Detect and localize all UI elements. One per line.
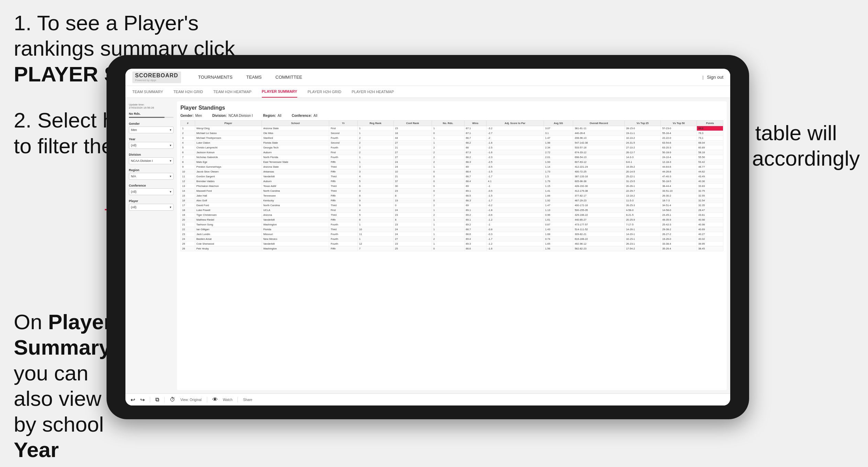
cell-yr: First — [329, 150, 358, 155]
cell-rds: 1 — [432, 208, 465, 213]
year-label: Year — [129, 137, 174, 141]
cell-points: 76.3 — [697, 131, 723, 136]
cell-top50: 44-64-6 — [661, 165, 697, 169]
cell-conf-rank: 23 — [393, 242, 432, 246]
cell-rds: 0 — [432, 246, 465, 251]
cell-adj: -0.8 — [486, 227, 544, 232]
cell-school: Arkansas — [262, 169, 329, 174]
cell-points: 88.2 — [697, 126, 723, 131]
cell-rank: 24 — [181, 237, 195, 242]
cell-top25: 20-14-5 — [624, 169, 660, 174]
cell-wins: 69.3 — [464, 242, 486, 246]
cell-top25: 7-17-5 — [624, 222, 660, 227]
cell-yr: Third — [329, 174, 358, 179]
cell-adj: -2.5 — [486, 160, 544, 165]
sub-nav-player-summary[interactable]: PLAYER SUMMARY — [262, 86, 297, 98]
cell-rank: 13 — [181, 184, 195, 189]
cell-record: 377-82-17 — [573, 193, 625, 198]
player-select[interactable]: (All) ▾ — [129, 204, 174, 211]
cell-rds: 2 — [432, 213, 465, 218]
cell-top50: 19-26-0 — [661, 237, 697, 242]
division-filter-value: NCAA Division I — [229, 114, 253, 118]
cell-rank: 14 — [181, 189, 195, 193]
year-select[interactable]: (All) ▾ — [129, 142, 174, 149]
nav-item-tournaments[interactable]: TOURNAMENTS — [198, 69, 233, 85]
sub-nav-player-h2h-heatmap[interactable]: PLAYER H2H HEATMAP — [352, 86, 394, 97]
sub-nav-team-h2h-grid[interactable]: TEAM H2H GRID — [174, 86, 203, 97]
cell-wins: 69 — [464, 184, 486, 189]
cell-sg: 1.92 — [544, 198, 573, 203]
cell-top25: 19-39-2 — [624, 165, 660, 169]
clock-icon[interactable]: ⏱ — [170, 397, 175, 403]
cell-record: 467-29-23 — [573, 198, 625, 203]
sub-nav-player-h2h-grid[interactable]: PLAYER H2H GRID — [308, 86, 341, 97]
region-select[interactable]: N/A ▾ — [129, 173, 174, 180]
cell-top50: 18-7-3 — [661, 198, 697, 203]
cell-record: 208-96-13 — [573, 136, 625, 141]
dropdown-icon-region: ▾ — [170, 175, 171, 178]
cell-adj: -2.3 — [486, 155, 544, 160]
cell-adj: -1.7 — [486, 174, 544, 179]
conference-select[interactable]: (All) ▾ — [129, 188, 174, 195]
cell-reg-rank: 3 — [357, 169, 393, 174]
cell-points: 28.47 — [697, 208, 723, 213]
no-rds-slider[interactable] — [129, 117, 174, 118]
cell-sg: 1.65 — [544, 242, 573, 246]
cell-school: North Carolina — [262, 203, 329, 208]
cell-top25: 10-15-1 — [624, 237, 660, 242]
cell-record: 533-57-16 — [573, 145, 625, 150]
table-row: 14 Maxwell Ford North Carolina Third 3 2… — [181, 189, 723, 193]
sign-out-button[interactable]: Sign out — [707, 69, 723, 85]
cell-reg-rank: 1 — [357, 160, 393, 165]
cell-reg-rank: 2 — [357, 136, 393, 141]
share-btn[interactable]: Share — [243, 398, 252, 402]
nav-item-committee[interactable]: COMMITTEE — [276, 69, 302, 85]
sub-nav: TEAM SUMMARY TEAM H2H GRID TEAM H2H HEAT… — [125, 86, 730, 98]
cell-adj: -1.8 — [486, 208, 544, 213]
cell-sg: 2.34 — [544, 145, 573, 150]
table-row: 8 Mats Ege East Tennessee State Fifth 1 … — [181, 160, 723, 165]
cell-player: Bastien Amat — [195, 237, 262, 242]
cell-top50: 63-54-6 — [661, 141, 697, 145]
copy-icon[interactable]: ⧉ — [155, 397, 159, 403]
cell-rds: 2 — [432, 145, 465, 150]
sub-nav-team-summary[interactable]: TEAM SUMMARY — [132, 86, 163, 97]
cell-yr: Fourth — [329, 145, 358, 150]
cell-points: 46.77 — [697, 165, 723, 169]
cell-rank: 17 — [181, 203, 195, 208]
cell-top25: 14-26-1 — [624, 227, 660, 232]
redo-icon[interactable]: ↪ — [140, 397, 145, 403]
sub-nav-team-h2h-heatmap[interactable]: TEAM H2H HEATMAP — [213, 86, 252, 97]
cell-points: 32.35 — [697, 203, 723, 208]
cell-points: 40.02 — [697, 237, 723, 242]
cell-adj: -1.7 — [486, 198, 544, 203]
view-original-btn[interactable]: View: Original — [180, 398, 202, 402]
cell-yr: Fifth — [329, 246, 358, 251]
cell-conf-rank: 27 — [393, 150, 432, 155]
cell-player: Luke Claton — [195, 141, 262, 145]
logo-sub: Powered by dippi — [135, 79, 178, 82]
undo-icon[interactable]: ↩ — [131, 397, 135, 403]
nav-item-teams[interactable]: TEAMS — [246, 69, 262, 85]
cell-yr: Fourth — [329, 136, 358, 141]
table-row: 3 Michael Thorbjornsen Stanford Fourth 2… — [181, 136, 723, 141]
cell-rds: 2 — [432, 160, 465, 165]
cell-conf-rank: 24 — [393, 160, 432, 165]
division-select[interactable]: NCAA Division I ▾ — [129, 157, 174, 164]
cell-top50: 50-18-5 — [661, 179, 697, 184]
cell-sg: 2.72 — [544, 150, 573, 155]
watch-btn[interactable]: Watch — [223, 398, 233, 402]
main-content: Update time: 27/03/2024 16:56:26 No Rds.… — [125, 98, 730, 393]
cell-school: New Mexico — [262, 237, 329, 242]
cell-adj: -0.6 — [486, 213, 544, 218]
cell-yr: Fourth — [329, 222, 358, 227]
gender-select[interactable]: Men ▾ — [129, 126, 174, 133]
cell-adj: -2 — [486, 136, 544, 141]
cell-adj: -1.7 — [486, 237, 544, 242]
cell-rank: 21 — [181, 222, 195, 227]
cell-record: 412-179-38 — [573, 189, 625, 193]
table-header: # Player School Yr Reg Rank Conf Rank No… — [181, 121, 723, 126]
cell-player: Michael Thorbjornsen — [195, 136, 262, 141]
table-filters: Gender: Men Division: NCAA Division I Re… — [180, 114, 723, 118]
cell-points: 44.62 — [697, 169, 723, 174]
